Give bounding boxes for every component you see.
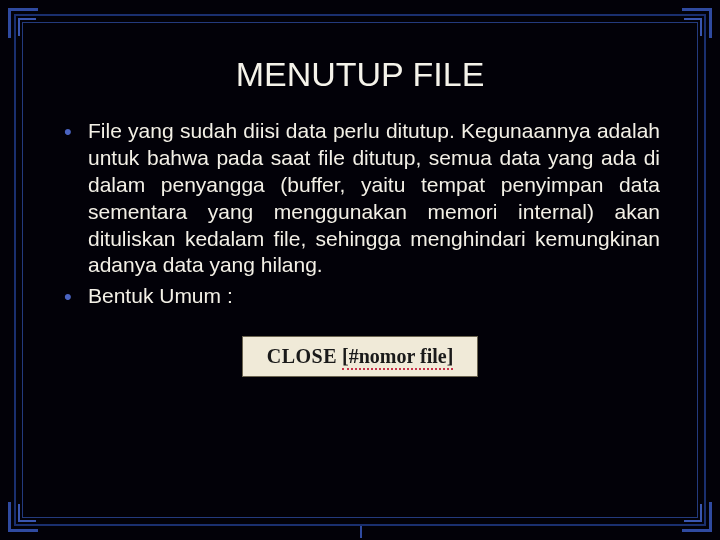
bullet-item: Bentuk Umum :: [78, 283, 660, 310]
corner-decoration-inner: [18, 18, 36, 36]
corner-decoration-inner: [684, 18, 702, 36]
slide-title: MENUTUP FILE: [50, 55, 670, 94]
syntax-container: CLOSE [#nomor file]: [50, 336, 670, 377]
corner-decoration-inner: [18, 504, 36, 522]
syntax-argument: [#nomor file]: [342, 345, 453, 370]
bullet-list: File yang sudah diisi data perlu ditutup…: [50, 118, 670, 310]
syntax-keyword: CLOSE: [267, 345, 337, 367]
syntax-box: CLOSE [#nomor file]: [242, 336, 479, 377]
corner-decoration-inner: [684, 504, 702, 522]
slide-content: MENUTUP FILE File yang sudah diisi data …: [50, 55, 670, 500]
bottom-tick-mark: [360, 526, 362, 538]
slide: MENUTUP FILE File yang sudah diisi data …: [0, 0, 720, 540]
bullet-item: File yang sudah diisi data perlu ditutup…: [78, 118, 660, 279]
